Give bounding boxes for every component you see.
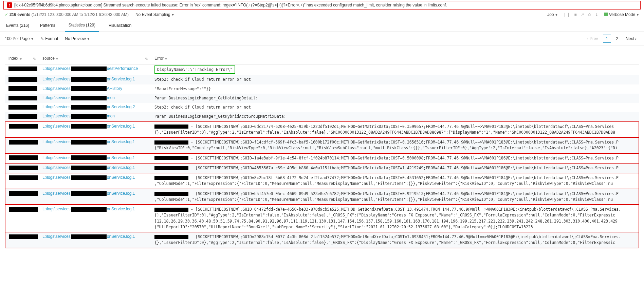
error-cell: Step2: check if Cloud return error or no… — [151, 75, 639, 84]
source-cell[interactable]: L:\logs\servicesAHistory — [39, 84, 151, 94]
source-cell[interactable]: L:\logs\servicesonService.log.1 — [39, 122, 151, 138]
table-row: L:\logs\servicesonService.log.1 - [SOCKE… — [5, 205, 639, 232]
source-cell[interactable]: L:\logs\servicesonService.log.1 — [39, 173, 151, 189]
header-index[interactable]: index≑✎ — [5, 46, 39, 64]
source-cell[interactable]: L:\logs\servicesonService.log.1 — [39, 75, 151, 84]
source-cell[interactable]: L:\logs\servicesonService.log.1 — [39, 137, 151, 153]
source-cell[interactable]: L:\logs\servicesmon — [39, 94, 151, 103]
error-cell: - [SOCKETTIMECOSTNEW];GUID=4353567a-c59e… — [151, 163, 639, 173]
redacted — [8, 66, 37, 71]
source-cell[interactable]: L:\logs\servicesonService.log.1 — [39, 189, 151, 205]
format-dropdown[interactable]: Format — [40, 36, 58, 41]
mode-dropdown[interactable]: Verbose Mode▼ — [604, 12, 639, 17]
print-icon[interactable]: ⎙ — [588, 12, 591, 17]
pager-page-2[interactable]: 2 — [613, 35, 621, 42]
error-cell: - [SOCKETTIMECOSTNEW];GUID=f14cdfcf-569f… — [151, 137, 639, 153]
error-cell: "MaualErrorMessage":""}} — [151, 84, 639, 94]
source-cell[interactable]: L:\logs\servicesmon — [39, 112, 151, 121]
edit-col-icon[interactable]: ✎ — [33, 57, 36, 61]
table-controls: 100 Per Page▼ Format No Preview▼ ‹ Prev … — [0, 32, 644, 46]
source-cell[interactable]: L:\logs\servicesuestPerformance — [39, 64, 151, 75]
table-row: L:\logs\servicesonService.log.1 Step2: c… — [5, 75, 639, 84]
table-row: L:\logs\servicesmon Param BusinessLogicM… — [5, 112, 639, 121]
result-tabs: Events (216) Patterns Statistics (129) V… — [0, 20, 644, 32]
alert-icon: ! — [7, 2, 12, 8]
table-row: L:\logs\servicesonService.log.1 - [SOCKE… — [5, 153, 639, 163]
tab-statistics[interactable]: Statistics (129) — [65, 20, 99, 32]
header-error[interactable]: Error≑ — [151, 46, 639, 64]
pause-icon[interactable]: ❙❙ — [563, 12, 570, 17]
error-cell-highlighted: DisplayName\":\"Tracking Error\" — [154, 65, 235, 74]
edit-col-icon[interactable]: ✎ — [145, 57, 148, 61]
table-row: L:\logs\servicesonService.log.1 - [SOCKE… — [5, 232, 639, 248]
download-icon[interactable]: ⭳ — [595, 12, 599, 17]
pager: ‹ Prev 1 2 Next › — [585, 35, 639, 43]
pager-prev[interactable]: ‹ Prev — [585, 35, 601, 42]
job-dropdown[interactable]: Job▼ — [547, 12, 558, 17]
table-row: L:\logs\servicesonService.log.1 - [SOCKE… — [5, 189, 639, 205]
error-cell: - [SOCKETTIMECOSTNEW];GUID=8c2bc18f-5b68… — [151, 173, 639, 189]
tab-patterns[interactable]: Patterns — [39, 20, 57, 32]
source-cell[interactable]: L:\logs\servicesonService.log.1 — [39, 153, 151, 163]
stop-icon[interactable]: ■ — [574, 12, 576, 17]
pager-next[interactable]: Next › — [623, 35, 639, 42]
table-row: L:\logs\servicesonService.log.1 - [SOCKE… — [5, 173, 639, 189]
source-cell[interactable]: L:\logs\servicesonService.log.1 — [39, 205, 151, 232]
error-cell: Param BusinessLogicManager_GetHybridAcct… — [151, 112, 639, 121]
table-row: L:\logs\servicesonService.log.2 Step2: c… — [5, 103, 639, 112]
event-count: ✓216 events (1/12/21 12:00:00.000 AM to … — [5, 12, 129, 17]
table-row: L:\logs\servicesAHistory "MaualErrorMess… — [5, 84, 639, 94]
error-cell: - [SOCKETTIMECOSTNEW];GUID=2988c15d-0077… — [151, 232, 639, 248]
table-row: L:\logs\servicesmon Param BusinessLogicM… — [5, 94, 639, 103]
summary-row: ✓216 events (1/12/21 12:00:00.000 AM to … — [0, 11, 644, 20]
error-cell: - [SOCKETTIMECOSTNEW];GUID=1a4e3abf-9f1e… — [151, 153, 639, 163]
table-row: L:\logs\servicesonService.log.1 - [SOCKE… — [5, 163, 639, 173]
error-cell: - [SOCKETTIMECOSTNEW];GUID=04472fdd-de7e… — [151, 205, 639, 232]
sampling-dropdown[interactable]: No Event Sampling▼ — [135, 12, 174, 17]
header-source[interactable]: source≑✎ — [39, 46, 151, 64]
table-row: L:\logs\servicesonService.log.1 - [SOCKE… — [5, 137, 639, 153]
share-icon[interactable]: ↗ — [581, 12, 584, 17]
error-cell: Param BusinessLogicManager_GetHoldingDet… — [151, 94, 639, 103]
table-row: L:\logs\servicesuestPerformance DisplayN… — [5, 64, 639, 75]
results-table: index≑✎ source≑✎ Error≑ L:\logs\services… — [5, 46, 639, 248]
per-page-dropdown[interactable]: 100 Per Page▼ — [5, 36, 34, 41]
preview-dropdown[interactable]: No Preview▼ — [65, 36, 90, 41]
table-row: L:\logs\servicesonService.log.1 - [SOCKE… — [5, 122, 639, 138]
source-cell[interactable]: L:\logs\servicesonService.log.1 — [39, 163, 151, 173]
pager-page-1[interactable]: 1 — [603, 35, 611, 43]
source-cell[interactable]: L:\logs\servicesonService.log.2 — [39, 103, 151, 112]
tab-visualization[interactable]: Visualization — [107, 20, 133, 32]
source-cell[interactable]: L:\logs\servicesonService.log.1 — [39, 232, 151, 248]
error-cell: - [SOCKETTIMECOSTNEW];GUID=b5f457e0-05ec… — [151, 189, 639, 205]
error-text: [idx-i-02c95f9ff4b6d9fc4.pimco.splunkclo… — [14, 3, 447, 7]
tab-events[interactable]: Events (216) — [5, 20, 31, 32]
error-banner: ! [idx-i-02c95f9ff4b6d9fc4.pimco.splunkc… — [3, 1, 641, 9]
error-cell: Step2: check if Cloud return error or no… — [151, 103, 639, 112]
error-cell: - [SOCKETTIMECOSTNEW];GUID=6dc21774-6208… — [151, 122, 639, 138]
